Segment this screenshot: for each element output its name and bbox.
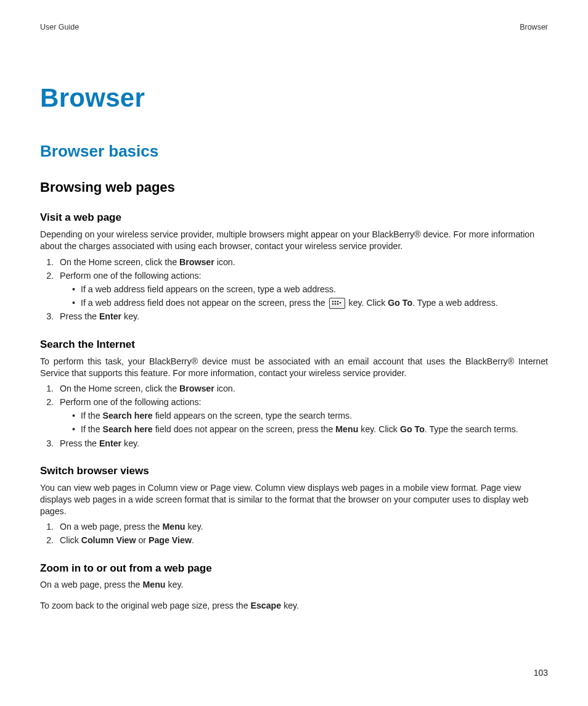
running-header: User Guide Browser <box>40 22 548 33</box>
svg-point-6 <box>339 302 341 304</box>
svg-point-4 <box>334 303 336 305</box>
list-item: If a web address field appears on the sc… <box>72 284 548 295</box>
list-item: On the Home screen, click the Browser ic… <box>56 257 548 268</box>
list-item: Perform one of the following actions: If… <box>56 396 548 436</box>
topic-search-intro: To perform this task, your BlackBerry® d… <box>40 356 548 379</box>
topic-switch-steps: On a web page, press the Menu key. Click… <box>40 521 548 546</box>
header-right: Browser <box>520 22 548 33</box>
sub-bullets: If a web address field appears on the sc… <box>60 284 548 309</box>
list-item: On a web page, press the Menu key. <box>56 521 548 533</box>
svg-point-1 <box>334 301 336 303</box>
list-item: On the Home screen, click the Browser ic… <box>56 383 548 395</box>
subsection-title: Browsing web pages <box>40 178 548 197</box>
list-item: Press the Enter key. <box>56 438 548 449</box>
topic-visit-steps: On the Home screen, click the Browser ic… <box>40 257 548 323</box>
list-item: Click Column View or Page View. <box>56 535 548 546</box>
page-number: 103 <box>534 667 548 679</box>
sub-bullets: If the Search here field appears on the … <box>60 410 548 435</box>
svg-point-5 <box>337 303 338 305</box>
topic-zoom-title: Zoom in to or out from a web page <box>40 562 548 576</box>
topic-search-title: Search the Internet <box>40 338 548 352</box>
topic-zoom-p1: On a web page, press the Menu key. <box>40 579 548 591</box>
list-item: Perform one of the following actions: If… <box>56 270 548 310</box>
document-page: User Guide Browser Browser Browser basic… <box>40 22 548 681</box>
topic-visit-title: Visit a web page <box>40 211 548 225</box>
header-left: User Guide <box>40 22 79 33</box>
topic-switch-intro: You can view web pages in Column view or… <box>40 482 548 518</box>
chapter-title: Browser <box>40 81 548 116</box>
topic-switch-title: Switch browser views <box>40 464 548 478</box>
list-item: If a web address field does not appear o… <box>72 297 548 309</box>
svg-point-0 <box>332 301 333 303</box>
topic-visit-intro: Depending on your wireless service provi… <box>40 229 548 252</box>
topic-search-steps: On the Home screen, click the Browser ic… <box>40 383 548 449</box>
svg-point-2 <box>337 301 338 303</box>
section-title: Browser basics <box>40 141 548 162</box>
menu-key-icon <box>329 298 345 309</box>
list-item: If the Search here field does not appear… <box>72 424 548 435</box>
list-item: If the Search here field appears on the … <box>72 410 548 422</box>
topic-zoom-p2: To zoom back to the original web page si… <box>40 600 548 612</box>
svg-point-3 <box>332 303 333 305</box>
list-item: Press the Enter key. <box>56 311 548 322</box>
